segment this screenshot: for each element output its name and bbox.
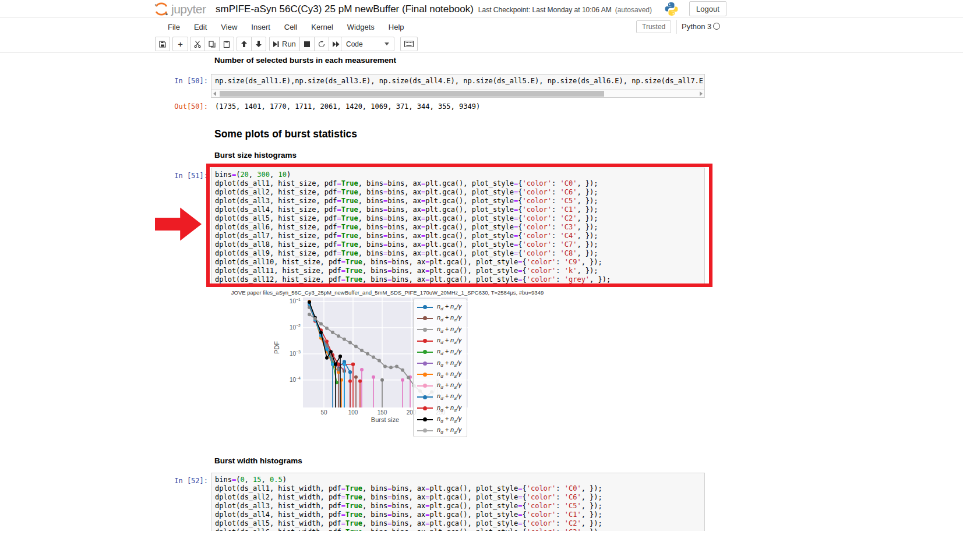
menu-item-help[interactable]: Help: [382, 20, 411, 34]
notebook-title[interactable]: smPIFE-aSyn 56C(Cy3) 25 pM newBuffer (Fi…: [216, 3, 474, 15]
legend-entry: nd + na/γ: [417, 380, 463, 391]
logout-button[interactable]: Logout: [689, 1, 726, 16]
kernel-name: Python 3: [682, 22, 711, 31]
arrow-down-icon: [256, 41, 262, 47]
jupyter-logo-text: jupyter: [171, 2, 206, 16]
toolbar: ＋: [0, 35, 963, 53]
heading-number-of-bursts: Number of selected bursts in each measur…: [214, 56, 396, 65]
cut-icon: [194, 41, 201, 48]
y-tick-label: 10−4: [277, 376, 301, 383]
cell50-output-prompt: Out[50]:: [173, 102, 208, 111]
cell52-input-prompt: In [52]:: [173, 477, 208, 485]
command-palette-button[interactable]: [400, 37, 418, 51]
menu-item-widgets[interactable]: Widgets: [340, 20, 382, 34]
move-cell-up-button[interactable]: [237, 37, 252, 51]
scroll-left-arrow-icon[interactable]: [213, 91, 216, 96]
paste-icon: [223, 41, 230, 48]
cell51-code: bins=(20, 300, 10) dplot(ds_all1, hist_s…: [211, 168, 704, 284]
paste-cell-button[interactable]: [219, 37, 234, 51]
cell51-input-prompt: In [51]:: [173, 172, 208, 180]
menu-item-kernel[interactable]: Kernel: [304, 20, 340, 34]
heading-burst-size: Burst size histograms: [214, 151, 297, 160]
y-tick-label: 10−3: [277, 350, 301, 357]
menu-item-file[interactable]: File: [161, 20, 187, 34]
cut-cell-button[interactable]: [190, 37, 205, 51]
copy-icon: [209, 41, 216, 48]
restart-kernel-button[interactable]: [314, 37, 329, 51]
legend-entry: nd + na/γ: [417, 369, 463, 380]
y-tick-label: 10−1: [277, 297, 301, 304]
x-tick-label: 50: [315, 409, 333, 416]
python-logo-icon: [664, 2, 679, 16]
x-tick-label: 150: [373, 409, 391, 416]
heading-some-plots: Some plots of burst statistics: [214, 128, 357, 140]
plot-title: JOVE paper files_aSyn_56C_Cy3_25pM_newBu…: [217, 289, 558, 296]
cell-type-dropdown[interactable]: Code: [341, 37, 394, 51]
menu-item-view[interactable]: View: [214, 20, 244, 34]
run-button-label: Run: [282, 40, 296, 48]
legend-entry: nd + na/γ: [417, 357, 463, 368]
fast-forward-icon: [333, 41, 340, 47]
copy-cell-button[interactable]: [204, 37, 220, 51]
legend-entry: nd + na/γ: [417, 414, 463, 425]
interrupt-kernel-button[interactable]: [299, 37, 315, 51]
legend-entry: nd + na/γ: [417, 335, 463, 346]
menu-item-insert[interactable]: Insert: [244, 20, 277, 34]
stop-icon: [304, 41, 310, 47]
cell52-code: bins=(0, 15, 0.5) dplot(ds_all1, hist_wi…: [211, 473, 704, 531]
cell52-input-area[interactable]: bins=(0, 15, 0.5) dplot(ds_all1, hist_wi…: [211, 473, 705, 531]
chevron-down-icon: [385, 42, 389, 45]
cell50-input-prompt: In [50]:: [173, 77, 208, 85]
kernel-idle-indicator-icon: [713, 23, 720, 30]
checkpoint-status: Last Checkpoint: Last Monday at 10:06 AM: [478, 6, 612, 14]
menu-bar: FileEditViewInsertCellKernelWidgetsHelp …: [0, 19, 963, 35]
cell51-input-area[interactable]: bins=(20, 300, 10) dplot(ds_all1, hist_s…: [211, 168, 705, 284]
menu-items: FileEditViewInsertCellKernelWidgetsHelp: [161, 19, 411, 35]
y-tick-label: 10−2: [277, 324, 301, 331]
restart-icon: [318, 41, 325, 48]
notebook-title-row: smPIFE-aSyn 56C(Cy3) 25 pM newBuffer (Fi…: [216, 3, 652, 15]
save-button[interactable]: [155, 37, 170, 51]
add-cell-button[interactable]: ＋: [172, 37, 188, 51]
trusted-badge: Trusted: [636, 20, 671, 33]
save-icon: [159, 41, 166, 48]
jupyter-logo-icon: [154, 2, 169, 17]
plot-xlabel: Burst size: [350, 416, 420, 423]
annotation-red-arrow-icon: [155, 204, 202, 244]
legend-entry: nd + na/γ: [417, 346, 463, 357]
cell51-output-plot: JOVE paper files_aSyn_56C_Cy3_25pM_newBu…: [214, 289, 564, 442]
step-forward-icon: [273, 41, 279, 47]
x-tick-label: 100: [344, 409, 362, 416]
kernel-separator: [676, 20, 676, 34]
cell50-code: np.size(ds_all1.E),np.size(ds_all3.E), n…: [211, 75, 704, 88]
legend-entry: nd + na/γ: [417, 391, 463, 402]
heading-burst-width: Burst width histograms: [214, 456, 302, 465]
move-cell-down-button[interactable]: [251, 37, 266, 51]
cell-type-value: Code: [346, 40, 363, 48]
legend-entry: nd + na/γ: [417, 313, 463, 324]
keyboard-icon: [404, 41, 414, 47]
menu-item-cell[interactable]: Cell: [277, 20, 304, 34]
cell50-output-text: (1735, 1401, 1770, 1711, 2061, 1420, 106…: [215, 102, 480, 111]
scroll-right-arrow-icon[interactable]: [700, 91, 703, 96]
scrollbar-thumb[interactable]: [220, 91, 604, 97]
legend-entry: nd + na/γ: [417, 302, 463, 313]
jupyter-logo[interactable]: jupyter: [154, 2, 206, 17]
arrow-up-icon: [241, 41, 247, 47]
legend-entry: nd + na/γ: [417, 403, 463, 414]
legend-entry: nd + na/γ: [417, 425, 463, 436]
plot-legend: nd + na/γnd + na/γnd + na/γnd + na/γnd +…: [413, 299, 467, 437]
header: jupyter smPIFE-aSyn 56C(Cy3) 25 pM newBu…: [0, 0, 963, 18]
legend-entry: nd + na/γ: [417, 324, 463, 335]
autosave-status: (autosaved): [615, 6, 652, 14]
menu-item-edit[interactable]: Edit: [187, 20, 214, 34]
cell50-hscrollbar[interactable]: [211, 89, 704, 97]
run-cell-button[interactable]: Run: [269, 37, 300, 51]
cell50-input-area[interactable]: np.size(ds_all1.E),np.size(ds_all3.E), n…: [211, 74, 705, 98]
